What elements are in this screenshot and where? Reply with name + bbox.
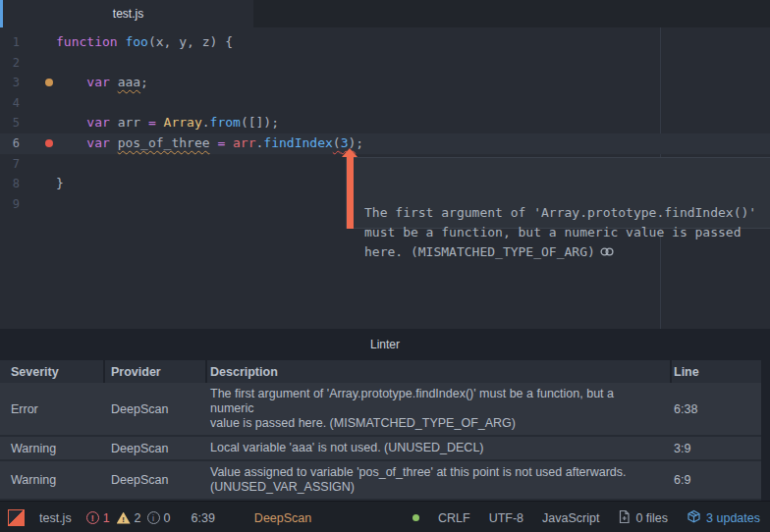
col-header-description[interactable]: Description bbox=[207, 360, 670, 383]
line-number[interactable]: 2 bbox=[0, 53, 20, 74]
cell-description: Value assigned to variable 'pos_of_three… bbox=[207, 461, 670, 499]
cell-line: 6:38 bbox=[672, 383, 761, 435]
table-row[interactable]: ErrorDeepScanThe first argument of 'Arra… bbox=[0, 383, 761, 437]
lint-error-tooltip: The first argument of 'Array.prototype.f… bbox=[346, 157, 770, 229]
code-line-4[interactable]: 4 bbox=[0, 93, 770, 114]
cell-severity: Warning bbox=[0, 437, 103, 459]
cell-line: 3:9 bbox=[672, 437, 761, 459]
linter-table: Severity Provider Description Line Error… bbox=[0, 360, 770, 501]
line-number[interactable]: 8 bbox=[0, 174, 20, 194]
info-count-icon: i bbox=[147, 511, 160, 524]
cell-line: 6:9 bbox=[672, 461, 761, 499]
tab-testjs[interactable]: test.js bbox=[0, 0, 253, 27]
tooltip-text: The first argument of 'Array.prototype.f… bbox=[364, 205, 756, 259]
line-ending[interactable]: CRLF bbox=[438, 511, 470, 525]
warning-marker-icon[interactable] bbox=[45, 79, 53, 86]
code-line-5[interactable]: 5 var arr = Array.from([]); bbox=[0, 113, 770, 133]
cell-provider: DeepScan bbox=[105, 437, 205, 459]
code-line-2[interactable]: 2 bbox=[0, 53, 770, 74]
deepscan-logo-icon[interactable] bbox=[8, 509, 25, 526]
warning-count-icon: ! bbox=[117, 512, 131, 524]
tooltip-severity-bar bbox=[347, 157, 354, 229]
cell-description: The first argument of 'Array.prototype.f… bbox=[207, 383, 670, 435]
code-line-6[interactable]: 6 var pos_of_three = arr.findIndex(3); bbox=[0, 133, 770, 154]
status-bar: test.js ! 1 ! 2 i 0 6:39 DeepScan CRLF U… bbox=[0, 501, 770, 532]
code-text: var pos_of_three = arr.findIndex(3); bbox=[56, 133, 363, 154]
language-mode[interactable]: JavaScript bbox=[542, 511, 599, 525]
encoding[interactable]: UTF-8 bbox=[489, 511, 523, 525]
error-count: 1 bbox=[103, 511, 110, 525]
server-status-icon[interactable] bbox=[412, 514, 419, 521]
col-header-line[interactable]: Line bbox=[672, 360, 761, 383]
cell-description: Local variable 'aaa' is not used. (UNUSE… bbox=[207, 437, 670, 459]
line-number[interactable]: 1 bbox=[0, 32, 20, 53]
col-header-severity[interactable]: Severity bbox=[0, 360, 103, 383]
cell-provider: DeepScan bbox=[105, 461, 205, 499]
table-row[interactable]: WarningDeepScanValue assigned to variabl… bbox=[0, 461, 761, 501]
status-filename[interactable]: test.js bbox=[39, 511, 72, 525]
line-number[interactable]: 9 bbox=[0, 194, 20, 215]
code-line-1[interactable]: 1function foo(x, y, z) { bbox=[0, 32, 770, 53]
tab-label: test.js bbox=[113, 7, 143, 21]
error-marker-icon[interactable] bbox=[45, 139, 53, 147]
code-text: var aaa; bbox=[56, 73, 148, 93]
line-number[interactable]: 6 bbox=[0, 133, 20, 154]
table-row[interactable]: WarningDeepScanLocal variable 'aaa' is n… bbox=[0, 437, 761, 461]
code-text: function foo(x, y, z) { bbox=[56, 32, 233, 53]
updates-indicator[interactable]: 3 updates bbox=[687, 509, 760, 526]
deepscan-status[interactable]: DeepScan bbox=[254, 511, 311, 525]
code-line-3[interactable]: 3 var aaa; bbox=[0, 73, 770, 93]
linter-panel-title: Linter bbox=[0, 329, 770, 360]
col-header-provider[interactable]: Provider bbox=[105, 360, 205, 383]
updates-count: 3 updates bbox=[706, 511, 760, 525]
files-indicator[interactable]: 0 files bbox=[618, 509, 668, 527]
warning-count: 2 bbox=[135, 511, 141, 525]
info-count: 0 bbox=[164, 511, 171, 525]
line-number[interactable]: 4 bbox=[0, 93, 20, 114]
line-number[interactable]: 5 bbox=[0, 113, 20, 133]
error-count-icon: ! bbox=[86, 511, 99, 524]
cell-provider: DeepScan bbox=[105, 383, 205, 435]
rule-link-icon[interactable] bbox=[600, 243, 614, 263]
tab-bar: test.js bbox=[0, 0, 770, 27]
problem-counts[interactable]: ! 1 ! 2 i 0 bbox=[86, 511, 171, 525]
package-icon bbox=[687, 509, 701, 526]
cell-severity: Error bbox=[0, 383, 103, 435]
linter-table-header: Severity Provider Description Line bbox=[0, 360, 761, 383]
line-number[interactable]: 7 bbox=[0, 154, 20, 175]
linter-title-label: Linter bbox=[370, 338, 400, 351]
cursor-position[interactable]: 6:39 bbox=[192, 511, 215, 525]
files-count: 0 files bbox=[635, 511, 668, 525]
code-editor[interactable]: 1function foo(x, y, z) {23 var aaa;45 va… bbox=[0, 27, 770, 329]
code-text: } bbox=[56, 174, 64, 194]
file-plus-icon bbox=[618, 509, 631, 527]
tooltip-arrow-icon bbox=[342, 148, 358, 157]
cell-severity: Warning bbox=[0, 461, 103, 499]
code-text: var arr = Array.from([]); bbox=[56, 113, 279, 133]
line-number[interactable]: 3 bbox=[0, 73, 20, 93]
